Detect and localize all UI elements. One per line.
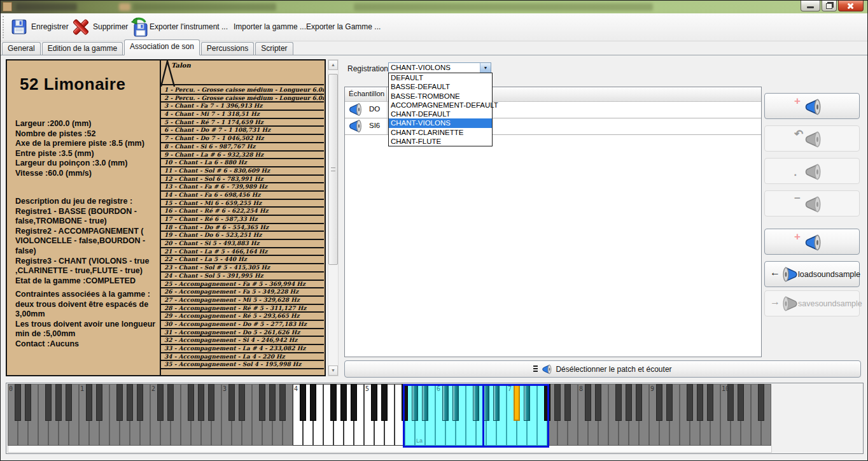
note-row[interactable]: 3 - Chant - Fa 7 - 1 396,913 Hz [161, 103, 324, 111]
piano-black-key[interactable] [585, 384, 591, 421]
note-row[interactable]: 20 - Chant - Si 5 - 493,883 Hz [161, 240, 324, 248]
note-row[interactable]: 18 - Chant - Do # 6 - 554,365 Hz [161, 224, 324, 232]
piano-black-key[interactable] [615, 384, 622, 421]
add-sample-button[interactable]: + [764, 93, 860, 119]
sample-cell[interactable] [345, 118, 388, 134]
piano-black-key[interactable] [269, 384, 276, 421]
note-row[interactable]: 2 - Percu. - Grosse caisse médium - Long… [161, 95, 324, 103]
note-row[interactable]: 35 - Accompagnement - Sol 4 - 195,998 Hz [161, 361, 324, 369]
dropdown-option[interactable]: CHANT-FLUTE [389, 137, 492, 146]
piano-black-key[interactable] [25, 384, 31, 421]
piano-black-key[interactable] [697, 384, 703, 421]
column-header-echantillon[interactable]: Échantillon [345, 87, 387, 101]
scrollbar-thumb[interactable] [328, 74, 338, 265]
piano-black-key[interactable] [188, 384, 194, 421]
note-row[interactable]: 7 - Chant - Do 7 - 1 046,502 Hz [161, 135, 324, 143]
piano-black-key[interactable] [544, 384, 550, 421]
piano-black-key[interactable] [452, 384, 459, 421]
piano-black-key[interactable] [259, 384, 265, 421]
piano-black-key[interactable] [707, 384, 713, 421]
piano-black-key[interactable] [137, 384, 143, 421]
sample-cell[interactable] [345, 101, 388, 118]
piano-black-key[interactable] [66, 384, 72, 421]
note-row[interactable]: 5 - Chant - Ré 7 - 1 174,659 Hz [161, 119, 324, 127]
piano-black-key[interactable] [738, 384, 744, 421]
floppy-export-icon[interactable] [129, 17, 149, 38]
note-row[interactable]: 23 - Chant - Sol # 5 - 415,305 Hz [161, 264, 324, 273]
delete-button[interactable]: Supprimer [93, 22, 128, 31]
piano-black-key[interactable] [167, 384, 174, 421]
floppy-icon[interactable] [11, 18, 27, 35]
note-row[interactable]: 1 - Percu. - Grosse caisse médium - Long… [161, 87, 324, 95]
note-row[interactable]: 14 - Chant - Fa 6 - 698,456 Hz [161, 192, 324, 200]
piano-black-key[interactable] [554, 384, 561, 421]
note-list-scrollbar[interactable]: ▲ ▼ [328, 59, 339, 376]
piano-black-key[interactable] [626, 384, 632, 421]
piano-black-key[interactable] [351, 384, 357, 421]
note-row[interactable]: 13 - Chant - Fa # 6 - 739,989 Hz [161, 183, 324, 192]
note-row[interactable]: 10 - Chant - La 6 - 880 Hz [161, 159, 324, 167]
piano-black-key[interactable] [524, 384, 530, 421]
piano-black-key[interactable] [45, 384, 52, 421]
dropdown-option[interactable]: CHANT-VIOLONS [389, 118, 492, 127]
piano-black-key[interactable] [564, 384, 571, 421]
piano-black-key[interactable] [116, 384, 123, 421]
note-row[interactable]: 24 - Chant - Sol 5 - 391,995 Hz [161, 273, 324, 281]
load-sound-sample-button[interactable]: ← loadsoundsample [764, 261, 860, 287]
import-scale-button[interactable]: Importer la gamme ... [234, 22, 306, 31]
note-row[interactable]: 4 - Chant - Mi 7 - 1 318,51 Hz [161, 111, 324, 119]
dropdown-option[interactable]: CHANT-DEFAULT [389, 110, 492, 118]
note-row[interactable]: 28 - Accompagnement - Ré # 5 - 311,127 H… [161, 305, 324, 313]
piano-black-key[interactable] [402, 384, 408, 421]
piano-black-key[interactable] [310, 384, 316, 421]
export-instrument-button[interactable]: Exporter l'instrument ... [150, 22, 228, 31]
dropdown-option[interactable]: ACCOMPAGNEMENT-DEFAULT [389, 101, 492, 110]
piano-black-key[interactable] [96, 384, 102, 421]
piano-black-key[interactable] [422, 384, 428, 421]
piano-black-key[interactable] [687, 384, 693, 421]
note-row[interactable]: 26 - Accompagnement - Fa 5 - 349,228 Hz [161, 288, 324, 297]
save-button[interactable]: Enregistrer [31, 22, 69, 31]
piano-black-key[interactable] [300, 384, 306, 421]
piano-black-key[interactable] [127, 384, 133, 421]
piano-black-key[interactable] [636, 384, 642, 421]
note-row[interactable]: 16 - Chant - Ré # 6 - 622,254 Hz [161, 208, 324, 216]
piano-black-key[interactable] [228, 384, 235, 421]
note-row[interactable]: 21 - Chant - La # 5 - 466,164 Hz [161, 248, 324, 257]
note-row[interactable]: 32 - Accompagnement - Si 4 - 246,942 Hz [161, 337, 324, 345]
save-sound-sample-button[interactable]: → savesoundsample [764, 290, 860, 316]
piano-black-key[interactable] [758, 384, 764, 421]
note-row[interactable]: 11 - Chant - Sol # 6 - 830,609 Hz [161, 167, 324, 176]
toolbar-grip[interactable] [3, 16, 5, 38]
piano-black-key[interactable] [15, 384, 21, 421]
piano-black-key[interactable] [595, 384, 601, 421]
minimize-button[interactable] [801, 1, 820, 11]
note-row[interactable]: 15 - Chant - Mi 6 - 659,255 Hz [161, 200, 324, 208]
scroll-down-icon[interactable]: ▼ [328, 365, 338, 376]
note-row[interactable]: 25 - Accompagnement - Fa # 5 - 369,994 H… [161, 281, 324, 289]
tab-general[interactable]: General [2, 42, 41, 55]
remove-sample-button[interactable]: − [764, 190, 860, 216]
piano-black-key[interactable] [208, 384, 214, 421]
tab-association-son[interactable]: Association de son [124, 39, 200, 55]
note-row[interactable]: 22 - Chant - La 5 - 440 Hz [161, 256, 324, 264]
piano-black-key[interactable] [198, 384, 204, 421]
piano-black-key[interactable] [666, 384, 673, 421]
piano-black-key[interactable] [371, 384, 377, 421]
piano-black-key[interactable] [656, 384, 662, 421]
note-row[interactable]: 34 - Accompagnement - La 4 - 220 Hz [161, 353, 324, 362]
restore-button[interactable] [822, 1, 837, 11]
piano-black-key[interactable] [340, 384, 347, 421]
note-row[interactable]: 27 - Accompagnement - Mi 5 - 329,628 Hz [161, 297, 324, 305]
red-x-icon[interactable] [72, 18, 89, 36]
note-row[interactable]: 8 - Chant - Si 6 - 987,767 Hz [161, 143, 324, 152]
note-row[interactable]: 19 - Chant - Do 6 - 523,251 Hz [161, 232, 324, 240]
piano-black-key[interactable] [381, 384, 388, 421]
piano-active-black-key[interactable] [514, 384, 520, 421]
tab-edition-gamme[interactable]: Edition de la gamme [42, 42, 123, 55]
registration-combobox[interactable]: CHANT-VIOLONS ▼ [388, 62, 491, 73]
deselect-patch-button[interactable]: Désélectionner le patch et écouter [344, 360, 861, 378]
note-row[interactable]: 9 - Chant - La # 6 - 932,328 Hz [161, 152, 324, 160]
note-row[interactable]: 30 - Accompagnement - Do # 5 - 277,183 H… [161, 321, 324, 329]
chevron-down-icon[interactable]: ▼ [480, 63, 491, 73]
